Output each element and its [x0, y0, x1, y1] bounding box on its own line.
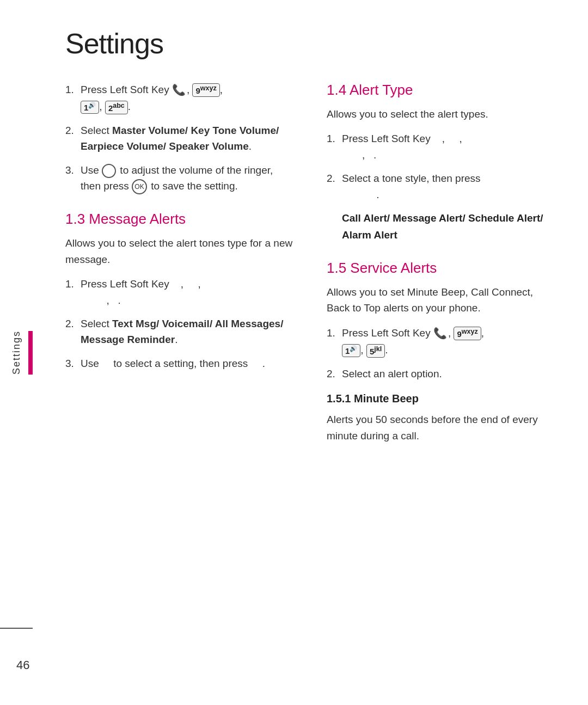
ok-circle-icon: OK: [132, 179, 147, 194]
alert-type-description: Allows you to select the alert types.: [327, 106, 555, 122]
step-1-number: 1.: [65, 82, 81, 97]
main-content: Settings 1. Press Left Soft Key 📞, 9wxyz…: [33, 0, 588, 705]
step-3-content: Use to adjust the volume of the ringer, …: [81, 162, 294, 194]
sa-step-1-content: Press Left Soft Key 📞, 9wxyz, 1🔊, 5jkl.: [342, 325, 555, 358]
ma-step-2: 2. Select Text Msg/ Voicemail/ All Messa…: [65, 316, 294, 348]
step-3: 3. Use to adjust the volume of the ringe…: [65, 162, 294, 194]
step-3-number: 3.: [65, 162, 81, 178]
sidebar-bar: [28, 331, 33, 375]
step-2-number: 2.: [65, 122, 81, 138]
alert-type-bold-note: Call Alert/ Message Alert/ Schedule Aler…: [342, 210, 555, 243]
step-2: 2. Select Master Volume/ Key Tone Volume…: [65, 122, 294, 155]
ma-step-3-number: 3.: [65, 355, 81, 371]
service-alerts-heading: 1.5 Service Alerts: [327, 260, 555, 277]
at-step-2-number: 2.: [327, 170, 342, 186]
ma-step-2-number: 2.: [65, 316, 81, 332]
alert-type-heading: 1.4 Alert Type: [327, 82, 555, 99]
sa-9wxyz-key: 9wxyz: [454, 327, 481, 340]
phone-icon: 📞: [172, 82, 186, 99]
nav-circle-icon: [102, 164, 116, 178]
minute-beep-heading: 1.5.1 Minute Beep: [327, 393, 555, 405]
2abc-key: 2abc: [105, 101, 128, 114]
sa-step-2-content: Select an alert option.: [342, 366, 555, 382]
message-alerts-heading: 1.3 Message Alerts: [65, 211, 294, 228]
sa-step-2-number: 2.: [327, 366, 342, 382]
at-step-1-content: Press Left Soft Key , , , .: [342, 131, 555, 163]
ma-step-2-content: Select Text Msg/ Voicemail/ All Messages…: [81, 316, 294, 348]
two-column-layout: 1. Press Left Soft Key 📞, 9wxyz, 1🔊, 2ab…: [65, 82, 555, 672]
at-step-2-content: Select a tone style, then press .: [342, 170, 555, 203]
page-number: 46: [16, 658, 29, 672]
step-1: 1. Press Left Soft Key 📞, 9wxyz, 1🔊, 2ab…: [65, 82, 294, 115]
page-title: Settings: [65, 27, 555, 60]
at-step-1-number: 1.: [327, 131, 342, 146]
message-alerts-description: Allows you to select the alert tones typ…: [65, 235, 294, 267]
at-step-2: 2. Select a tone style, then press .: [327, 170, 555, 203]
minute-beep-description: Alerts you 50 seconds before the end of …: [327, 412, 555, 444]
9wxyz-key: 9wxyz: [192, 83, 219, 97]
right-column: 1.4 Alert Type Allows you to select the …: [327, 82, 555, 672]
ma-step-1-number: 1.: [65, 276, 81, 292]
service-alerts-description: Allows you to set Minute Beep, Call Conn…: [327, 284, 555, 316]
sa-5jkl-key: 5jkl: [366, 344, 385, 358]
at-step-1: 1. Press Left Soft Key , , , .: [327, 131, 555, 163]
sa-step-1-number: 1.: [327, 325, 342, 341]
sa-1ao-key: 1🔊: [342, 344, 360, 357]
sa-phone-icon: 📞: [433, 325, 447, 342]
step-1-content: Press Left Soft Key 📞, 9wxyz, 1🔊, 2abc.: [81, 82, 294, 115]
page-container: Settings 46 Settings 1. Press Left Soft …: [0, 0, 588, 705]
sa-step-1: 1. Press Left Soft Key 📞, 9wxyz, 1🔊, 5jk…: [327, 325, 555, 358]
sidebar-label: Settings: [11, 330, 22, 375]
sidebar: Settings 46: [0, 0, 33, 705]
ma-step-1-content: Press Left Soft Key , , , .: [81, 276, 294, 308]
step-2-content: Select Master Volume/ Key Tone Volume/ E…: [81, 122, 294, 155]
ma-step-3: 3. Use to select a setting, then press .: [65, 355, 294, 371]
sidebar-line: [0, 628, 33, 629]
sa-step-2: 2. Select an alert option.: [327, 366, 555, 382]
1ao-key: 1🔊: [81, 101, 99, 114]
left-column: 1. Press Left Soft Key 📞, 9wxyz, 1🔊, 2ab…: [65, 82, 294, 672]
ma-step-3-content: Use to select a setting, then press .: [81, 355, 294, 371]
ma-step-1: 1. Press Left Soft Key , , , .: [65, 276, 294, 308]
